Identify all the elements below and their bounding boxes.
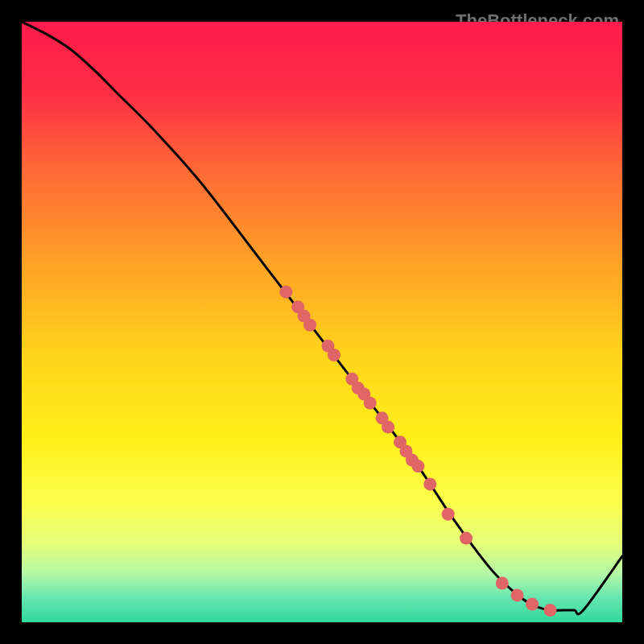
data-point bbox=[364, 397, 377, 410]
data-point bbox=[303, 319, 316, 332]
data-point bbox=[496, 577, 509, 590]
data-point bbox=[411, 460, 424, 473]
gradient-background bbox=[22, 22, 622, 622]
data-point bbox=[510, 588, 523, 601]
data-point bbox=[382, 421, 394, 434]
data-point bbox=[442, 508, 455, 521]
data-point bbox=[543, 604, 556, 617]
plot-area bbox=[22, 22, 622, 622]
data-point bbox=[526, 598, 539, 611]
data-point bbox=[423, 477, 436, 490]
chart-canvas bbox=[22, 22, 622, 622]
data-point bbox=[279, 286, 292, 299]
chart-frame: TheBottleneck.com bbox=[12, 12, 632, 632]
data-point bbox=[328, 349, 341, 361]
data-point bbox=[460, 532, 473, 545]
